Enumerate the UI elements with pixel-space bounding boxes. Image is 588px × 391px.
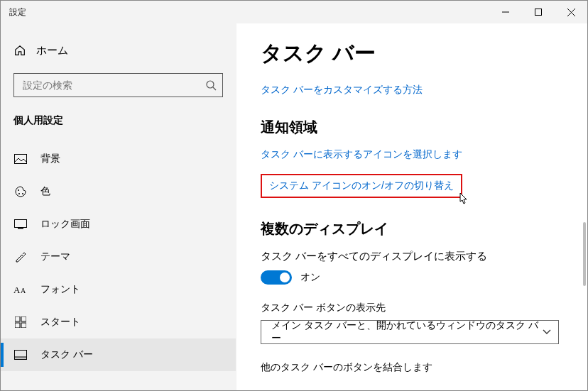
link-toggle-system-icons[interactable]: システム アイコンのオン/オフの切り替え bbox=[269, 180, 454, 192]
sidebar-item-themes[interactable]: テーマ bbox=[1, 241, 236, 273]
background-icon bbox=[13, 154, 28, 164]
svg-line-5 bbox=[213, 87, 216, 90]
chevron-down-icon bbox=[543, 329, 551, 335]
sidebar-item-colors[interactable]: 色 bbox=[1, 175, 236, 208]
sidebar-item-label: 色 bbox=[40, 185, 50, 198]
select-taskbar-buttons-location[interactable]: メイン タスク バーと、開かれているウィンドウのタスク バー bbox=[261, 320, 559, 344]
lockscreen-icon bbox=[13, 219, 28, 229]
taskbar-icon bbox=[13, 350, 28, 360]
home-label: ホーム bbox=[36, 44, 68, 57]
section-heading: 個人用設定 bbox=[1, 110, 236, 138]
maximize-button[interactable] bbox=[522, 1, 555, 23]
fonts-icon: AA bbox=[13, 284, 28, 295]
minimize-button[interactable] bbox=[489, 1, 522, 23]
cursor-icon bbox=[457, 192, 469, 206]
svg-rect-16 bbox=[15, 323, 20, 328]
heading-notification-area: 通知領域 bbox=[261, 118, 570, 137]
home-icon bbox=[13, 44, 26, 57]
search-box[interactable] bbox=[13, 73, 223, 97]
select-value: メイン タスク バーと、開かれているウィンドウのタスク バー bbox=[271, 319, 543, 345]
sidebar-item-background[interactable]: 背景 bbox=[1, 143, 236, 175]
search-icon bbox=[204, 79, 218, 91]
window-buttons bbox=[489, 1, 587, 23]
svg-rect-14 bbox=[15, 316, 20, 321]
home-nav[interactable]: ホーム bbox=[1, 36, 236, 65]
search-input[interactable] bbox=[21, 79, 204, 92]
sidebar-item-taskbar[interactable]: タスク バー bbox=[1, 338, 236, 371]
window-title: 設定 bbox=[9, 6, 26, 18]
sidebar-item-fonts[interactable]: AA フォント bbox=[1, 273, 236, 306]
label-taskbar-buttons-location: タスク バー ボタンの表示先 bbox=[261, 302, 570, 314]
label-combine-other-taskbar-buttons: 他のタスク バーのボタンを結合します bbox=[261, 361, 570, 374]
svg-rect-10 bbox=[15, 220, 27, 228]
main-content: タスク バー タスク バーをカスタマイズする方法 通知領域 タスク バーに表示す… bbox=[236, 23, 587, 390]
themes-icon bbox=[13, 250, 28, 263]
start-icon bbox=[13, 316, 28, 328]
sidebar-item-label: スタート bbox=[40, 316, 80, 329]
heading-multiple-displays: 複数のディスプレイ bbox=[261, 219, 570, 238]
sidebar-item-label: テーマ bbox=[40, 250, 70, 263]
nav-list: 背景 色 ロック画面 テーマ bbox=[1, 143, 236, 371]
scrollbar-thumb[interactable] bbox=[583, 222, 586, 286]
link-customize-taskbar[interactable]: タスク バーをカスタマイズする方法 bbox=[261, 84, 423, 97]
link-select-taskbar-icons[interactable]: タスク バーに表示するアイコンを選択します bbox=[261, 148, 462, 161]
sidebar-item-label: フォント bbox=[40, 283, 80, 296]
svg-rect-1 bbox=[535, 9, 542, 16]
sidebar-item-lockscreen[interactable]: ロック画面 bbox=[1, 208, 236, 241]
svg-point-8 bbox=[18, 193, 20, 194]
svg-point-4 bbox=[207, 81, 214, 88]
page-title: タスク バー bbox=[261, 39, 570, 68]
toggle-show-on-all-displays[interactable] bbox=[261, 270, 292, 285]
svg-text:A: A bbox=[21, 287, 26, 294]
highlighted-link-box: システム アイコンのオン/オフの切り替え bbox=[261, 174, 462, 198]
sidebar-item-label: ロック画面 bbox=[40, 218, 90, 231]
sidebar-item-label: タスク バー bbox=[40, 348, 93, 361]
svg-rect-11 bbox=[18, 228, 23, 229]
svg-rect-17 bbox=[21, 323, 26, 328]
colors-icon bbox=[13, 185, 28, 198]
label-show-on-all-displays: タスク バーをすべてのディスプレイに表示する bbox=[261, 250, 570, 263]
sidebar-item-label: 背景 bbox=[40, 153, 60, 165]
svg-point-7 bbox=[18, 189, 19, 191]
close-button[interactable] bbox=[555, 1, 587, 23]
svg-rect-15 bbox=[21, 316, 26, 321]
titlebar: 設定 bbox=[1, 1, 587, 23]
svg-point-9 bbox=[22, 193, 23, 194]
svg-rect-19 bbox=[15, 357, 27, 360]
toggle-state-label: オン bbox=[300, 271, 320, 284]
sidebar: ホーム 個人用設定 背景 色 bbox=[1, 23, 236, 390]
svg-rect-6 bbox=[15, 155, 27, 164]
svg-text:A: A bbox=[13, 285, 21, 295]
sidebar-item-start[interactable]: スタート bbox=[1, 306, 236, 338]
